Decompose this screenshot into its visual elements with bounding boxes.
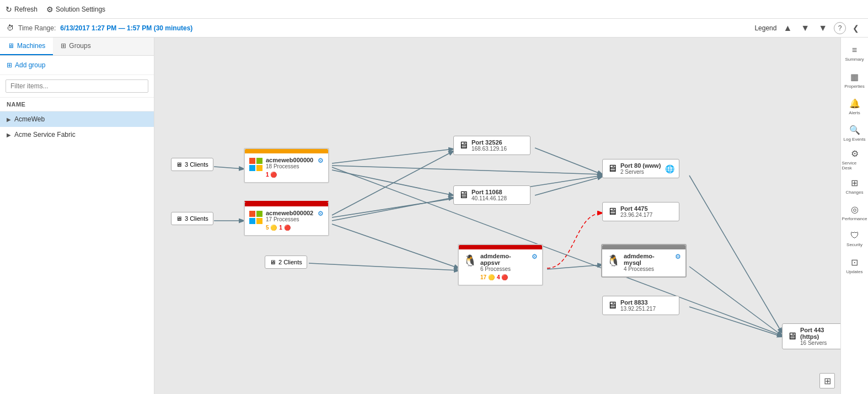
group-list: ▶ AcmeWeb ▶ Acme Service Fabric xyxy=(0,111,154,394)
svg-line-12 xyxy=(535,148,602,174)
port-node-8833[interactable]: 🖥 Port 8833 13.92.251.217 xyxy=(602,296,679,315)
service-desk-icon: ⚙ xyxy=(851,148,859,159)
monitor-icon: 🖥 xyxy=(8,42,14,50)
svg-line-17 xyxy=(689,307,782,337)
summary-button[interactable]: ≡ Summary xyxy=(842,41,867,66)
chevron-icon: ▶ xyxy=(7,116,11,123)
port-monitor-icon-3: 🖥 xyxy=(607,163,617,174)
windows-icon-s1 xyxy=(249,158,262,171)
linux-icon-mysql: 🐧 xyxy=(607,254,620,267)
updates-icon: ⊡ xyxy=(851,257,858,268)
server-node-acmeweb000002[interactable]: acmeweb000002 17 Processes 5 🟡 1 🔴 ⚙ xyxy=(244,201,329,236)
security-button[interactable]: 🛡 Security xyxy=(842,226,867,252)
gear-icon: ⚙ xyxy=(46,5,53,14)
main-layout: 🖥 Machines ⊞ Groups ⊞ Add group NAME ▶ A… xyxy=(0,38,868,394)
port-monitor-icon-2: 🖥 xyxy=(458,189,468,201)
port-monitor-icon-4: 🖥 xyxy=(607,206,617,217)
refresh-label: Refresh xyxy=(14,6,37,13)
filter-container xyxy=(0,75,154,98)
client-node-3[interactable]: 🖥 2 Clients xyxy=(265,255,307,269)
help-button[interactable]: ? xyxy=(834,22,846,34)
port-node-4475[interactable]: 🖥 Port 4475 23.96.24.177 xyxy=(602,202,679,221)
log-events-button[interactable]: 🔍 Log Events xyxy=(842,120,867,146)
collapse-panel-button[interactable]: ❮ xyxy=(850,23,861,34)
properties-icon: ▦ xyxy=(850,72,859,82)
changes-button[interactable]: ⊞ Changes xyxy=(842,173,867,199)
port-node-32526[interactable]: 🖥 Port 32526 168.63.129.16 xyxy=(453,136,531,155)
sidebar: 🖥 Machines ⊞ Groups ⊞ Add group NAME ▶ A… xyxy=(0,38,154,394)
globe-icon-p80: 🌐 xyxy=(665,164,674,173)
port-monitor-icon-1: 🖥 xyxy=(458,140,468,151)
chevron-icon: ▶ xyxy=(7,132,11,138)
port-monitor-icon-6: 🖥 xyxy=(787,331,797,342)
service-desk-button[interactable]: ⚙ Service Desk xyxy=(842,147,867,172)
changes-icon: ⊞ xyxy=(851,178,858,188)
svg-line-18 xyxy=(332,167,782,336)
summary-icon: ≡ xyxy=(852,45,857,55)
properties-button[interactable]: ▦ Properties xyxy=(842,67,867,93)
svg-line-16 xyxy=(689,175,782,333)
gear-icon-mysql: ⚙ xyxy=(675,253,681,260)
svg-line-8 xyxy=(332,151,453,215)
solution-settings-label: Solution Settings xyxy=(56,6,105,13)
add-group-button[interactable]: ⊞ Add group xyxy=(0,56,154,75)
warn-badge-s2: 5 🟡 xyxy=(266,225,277,231)
alerts-button[interactable]: 🔔 Alerts xyxy=(842,94,867,119)
time-range-value: 6/13/2017 1:27 PM — 1:57 PM (30 minutes) xyxy=(60,24,192,32)
filter-input[interactable] xyxy=(6,79,148,93)
client-label-1: 3 Clients xyxy=(185,161,208,168)
updates-button[interactable]: ⊡ Updates xyxy=(842,253,867,278)
client-node-2[interactable]: 🖥 3 Clients xyxy=(171,212,213,225)
svg-line-11 xyxy=(332,224,459,268)
legend-label: Legend xyxy=(754,24,776,32)
error-badge-s1: 1 🔴 xyxy=(266,172,277,178)
client-node-1[interactable]: 🖥 3 Clients xyxy=(171,158,213,171)
tab-machines[interactable]: 🖥 Machines xyxy=(0,38,53,55)
svg-line-15 xyxy=(689,267,782,336)
svg-line-4 xyxy=(309,263,459,270)
gear-icon-appsvr: ⚙ xyxy=(532,253,538,260)
security-icon: 🛡 xyxy=(850,231,859,241)
refresh-button[interactable]: ↻ Refresh xyxy=(6,5,37,14)
right-panel: ≡ Summary ▦ Properties 🔔 Alerts 🔍 Log Ev… xyxy=(840,38,868,394)
groups-icon: ⊞ xyxy=(61,42,66,50)
tab-bar: 🖥 Machines ⊞ Groups xyxy=(0,38,154,56)
port-monitor-icon-5: 🖥 xyxy=(607,300,617,311)
client-label-3: 2 Clients xyxy=(278,259,302,265)
server-node-acmeweb000000[interactable]: acmeweb000000 18 Processes 1 🔴 ⚙ xyxy=(244,148,329,183)
collapse-down-button[interactable]: ▼ xyxy=(799,22,812,34)
client-label-2: 3 Clients xyxy=(185,215,208,222)
svg-line-6 xyxy=(332,170,453,195)
group-item-acmeweb[interactable]: ▶ AcmeWeb xyxy=(0,111,154,127)
time-range-label: Time Range: xyxy=(18,24,56,32)
client-icon-2: 🖥 xyxy=(176,215,182,222)
svg-line-13 xyxy=(535,177,602,195)
gear-icon-s1: ⚙ xyxy=(318,157,324,164)
svg-line-9 xyxy=(332,198,453,221)
port-node-11068[interactable]: 🖥 Port 11068 40.114.46.128 xyxy=(453,185,531,205)
gear-icon-s2: ⚙ xyxy=(318,210,324,217)
client-icon-1: 🖥 xyxy=(176,161,182,168)
port-node-443[interactable]: 🖥 Port 443 (https) 16 Servers 🌐 xyxy=(782,323,840,349)
alerts-icon: 🔔 xyxy=(849,98,860,109)
linux-node-mysql[interactable]: 🐧 admdemo-mysql 4 Processes ⚙ xyxy=(601,244,687,278)
log-events-icon: 🔍 xyxy=(849,125,860,135)
clock-icon: ⏱ xyxy=(7,24,14,32)
linux-icon-appsvr: 🐧 xyxy=(463,254,477,267)
fitscreen-button[interactable]: ⊞ xyxy=(819,373,835,388)
port-node-80[interactable]: 🖥 Port 80 (www) 2 Servers 🌐 xyxy=(602,159,679,178)
filter-button[interactable]: ▼ xyxy=(816,22,829,34)
tab-groups[interactable]: ⊞ Groups xyxy=(53,38,98,55)
svg-line-2 xyxy=(214,167,244,169)
windows-icon-s2 xyxy=(249,211,262,224)
svg-line-7 xyxy=(332,166,602,174)
error-badge-s2: 1 🔴 xyxy=(279,225,290,231)
toolbar: ↻ Refresh ⚙ Solution Settings xyxy=(0,0,868,19)
performance-button[interactable]: ◎ Performance xyxy=(842,200,867,225)
solution-settings-button[interactable]: ⚙ Solution Settings xyxy=(46,5,105,14)
linux-node-appsvr[interactable]: 🐧 admdemo-appsvr 6 Processes 17 🟡 4 🔴 ⚙ xyxy=(458,244,543,286)
refresh-icon: ↻ xyxy=(6,5,12,14)
group-item-acme-sf[interactable]: ▶ Acme Service Fabric xyxy=(0,127,154,142)
svg-line-5 xyxy=(332,149,453,163)
collapse-up-button[interactable]: ▲ xyxy=(781,22,794,34)
